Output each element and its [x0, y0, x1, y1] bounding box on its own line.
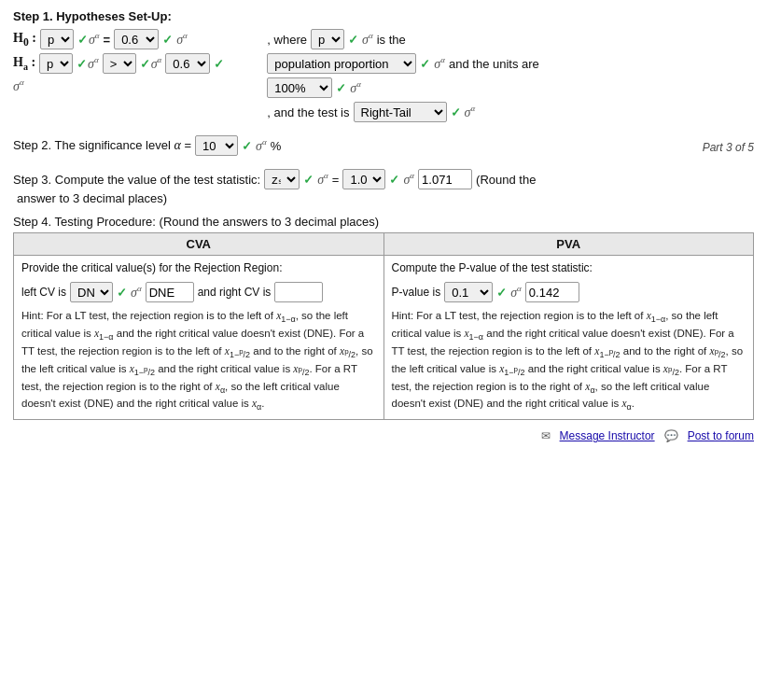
step2-block: Step 2. The significance level α = 10 5 … — [13, 135, 754, 160]
step3-block: Step 3. Compute the value of the test st… — [13, 169, 754, 205]
where-row1: , where p ✓ σα is the — [267, 29, 754, 49]
bottom-bar: ✉ Message Instructor 💬 Post to forum — [13, 429, 754, 442]
part-label: Part 3 of 5 — [703, 141, 754, 154]
h0-equals: = — [104, 33, 111, 47]
round-note: (Round the — [476, 173, 536, 187]
stat-computed-input[interactable] — [418, 169, 472, 189]
where-var-select[interactable]: p — [311, 29, 344, 49]
pva-cell: Compute the P-value of the test statisti… — [384, 256, 754, 420]
step4-table: CVA PVA Provide the critical value(s) fo… — [13, 232, 754, 420]
h0-var-select[interactable]: p — [40, 29, 74, 49]
message-instructor-link[interactable]: Message Instructor — [560, 429, 655, 442]
where-row4: , and the test is Right-Tail Left-Tail T… — [267, 102, 754, 122]
is-the-text: is the — [377, 33, 406, 47]
test-is-text: , and the test is — [267, 105, 349, 119]
ha-relation-select[interactable]: > < ≠ — [103, 53, 136, 74]
step2-row: Step 2. The significance level α = 10 5 … — [13, 135, 281, 156]
stat-val-select[interactable]: 1.0 — [342, 169, 385, 189]
units-select[interactable]: 100% — [267, 77, 332, 98]
h0-label: H0 : — [13, 31, 36, 49]
pva-hint: Hint: For a LT test, the rejection regio… — [392, 308, 746, 413]
ha-check2: ✓ σα — [140, 55, 162, 72]
cva-cell: Provide the critical value(s) for the Re… — [14, 256, 384, 420]
post-forum-link[interactable]: Post to forum — [688, 429, 754, 442]
right-cv-label: and right CV is — [198, 286, 272, 299]
h0-check: ✓ σα — [77, 31, 100, 48]
where-text: , where — [267, 33, 307, 47]
pop-prop-select[interactable]: population proportion — [267, 53, 416, 74]
step3-text: Step 3. Compute the value of the test st… — [13, 173, 260, 187]
pvalue-select[interactable]: 0.1 0.05 — [444, 282, 493, 302]
and-units-text: and the units are — [449, 57, 539, 71]
ha-val-select[interactable]: 0.6 — [165, 53, 210, 74]
equals-sign: = — [332, 173, 340, 187]
pvalue-input[interactable] — [525, 282, 579, 302]
where-row3: 100% ✓ σα — [267, 77, 754, 98]
pct-label: % — [271, 139, 282, 153]
cva-hint: Hint: For a LT test, the rejection regio… — [21, 308, 376, 413]
step1-title: Step 1. Hypotheses Set-Up: — [13, 9, 754, 23]
cva-header: CVA — [14, 233, 384, 256]
pva-compute: Compute the P-value of the test statisti… — [392, 261, 746, 274]
ha-label: Ha : — [13, 55, 35, 72]
where-row2: population proportion ✓ σα and the units… — [267, 53, 754, 74]
step3-row: Step 3. Compute the value of the test st… — [13, 169, 754, 189]
ha-var-select[interactable]: p — [39, 53, 73, 74]
where-block: , where p ✓ σα is the population proport… — [267, 29, 754, 126]
pvalue-label: P-value is — [392, 286, 441, 299]
h0-row: H0 : p ✓ σα = 0.6 ✓ σα — [13, 29, 224, 49]
left-cv-label: left CV is — [21, 286, 66, 299]
ha-row: Ha : p ✓ σα > < ≠ ✓ σα 0.6 — [13, 53, 224, 74]
cva-provide: Provide the critical value(s) for the Re… — [21, 261, 376, 274]
left-cv-input[interactable] — [146, 282, 194, 302]
pv-input-row: P-value is 0.1 0.05 ✓ σα — [392, 282, 746, 302]
pva-header: PVA — [384, 233, 754, 256]
step1-block: Step 1. Hypotheses Set-Up: H0 : p ✓ σα =… — [13, 9, 754, 126]
right-cv-input[interactable] — [274, 282, 323, 302]
ha-sigma-below: σα — [13, 77, 224, 94]
test-type-select[interactable]: Right-Tail Left-Tail Two-Tail — [354, 102, 447, 122]
alpha-select[interactable]: 10 5 1 — [195, 135, 238, 156]
step3-note2: answer to 3 decimal places) — [17, 191, 754, 205]
statistic-select[interactable]: zₛ t — [264, 169, 300, 189]
left-cv-select[interactable]: DN UP — [70, 282, 113, 302]
h0-val-select[interactable]: 0.6 — [114, 29, 159, 49]
step2-text: Step 2. The significance level α = — [13, 138, 191, 153]
cv-input-row: left CV is DN UP ✓ σα and right CV is — [21, 282, 376, 302]
message-icon: ✉ — [541, 429, 551, 442]
step4-title: Step 4. Testing Procedure: (Round the an… — [13, 215, 754, 229]
post-icon: 💬 — [664, 429, 678, 442]
h0-sigma: σα — [176, 31, 188, 48]
ha-check: ✓ σα — [77, 55, 99, 72]
step4-block: Step 4. Testing Procedure: (Round the an… — [13, 215, 754, 420]
